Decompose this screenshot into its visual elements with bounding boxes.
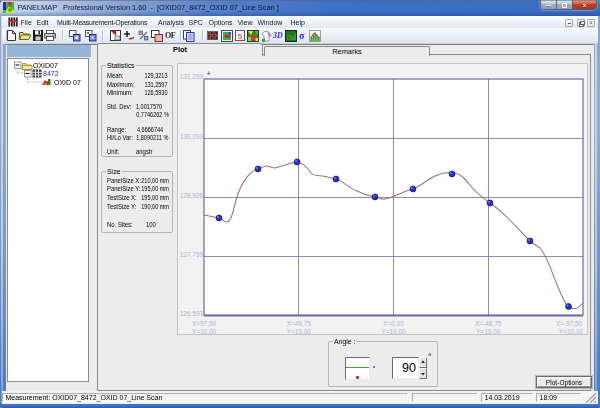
svg-text:131,259: 131,259 <box>180 73 204 80</box>
svg-text:127,759: 127,759 <box>180 251 204 258</box>
svg-text:Y=10,00: Y=10,00 <box>287 328 311 335</box>
svg-text:X=-97,50: X=-97,50 <box>556 320 583 327</box>
svg-text:+: + <box>207 69 212 78</box>
svg-text:X=48,75: X=48,75 <box>287 320 311 327</box>
svg-text:X=0,00: X=0,00 <box>383 320 404 327</box>
svg-text:130,093: 130,093 <box>180 133 204 140</box>
svg-text:X=97,50: X=97,50 <box>192 320 216 327</box>
svg-text:X=-48,75: X=-48,75 <box>475 320 502 327</box>
svg-text:Y=10,00: Y=10,00 <box>476 328 500 335</box>
svg-text:5: 5 <box>238 32 243 41</box>
svg-text:126,593: 126,593 <box>180 310 204 317</box>
svg-text:Y=10,00: Y=10,00 <box>382 328 406 335</box>
svg-text:Y=10,00: Y=10,00 <box>559 328 583 335</box>
svg-text:128,926: 128,926 <box>180 192 204 199</box>
svg-text:Y=10,00: Y=10,00 <box>192 328 216 335</box>
